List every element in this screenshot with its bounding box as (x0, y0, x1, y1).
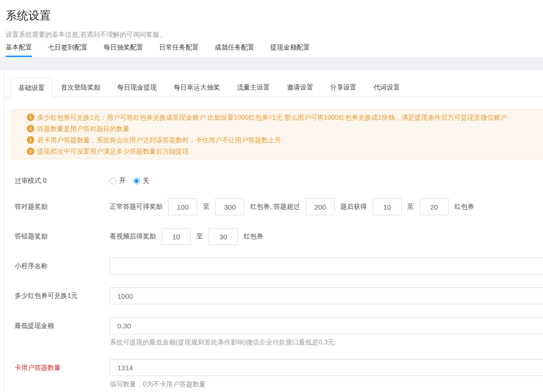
correct-reward-text-4: 题后获得 (340, 203, 367, 211)
wrong-reward-text-3: 红包券 (243, 232, 263, 241)
top-tab[interactable]: 七日签到配置 (48, 43, 88, 57)
correct-reward-threshold-input[interactable] (306, 198, 335, 215)
block-count-content: 填写数量，0为不卡用户答题数量 (110, 359, 543, 388)
correct-reward-text-1: 正常答题可得奖励 (110, 203, 162, 211)
block-count-help: 填写数量，0为不卡用户答题数量 (110, 380, 543, 388)
notice-text: 多少红包券可兑换1元：用户可将红包券兑换成至现金账户 比如设置1000红包券=1… (37, 112, 507, 123)
sub-tab[interactable]: 代词设置 (365, 78, 408, 97)
min-withdraw-help: 系统可提现的最低金额(提现规则首此条件影响)微信企业付款接口最低是0.3元. (110, 338, 543, 346)
notice-line: i 若卡用户答题数量，系统将会在用户达到该答题数时，卡住用户不让用户答题数上升 (27, 134, 543, 146)
block-count-input[interactable] (110, 359, 543, 376)
sub-tab-label: 基础设置 (18, 84, 45, 91)
notice-text: 提现档次中可设置用户满足多少答题数量后方能提现 (37, 146, 189, 157)
audit-mode-radio[interactable]: 开 (110, 177, 126, 185)
notice-text: 若卡用户答题数量，系统将会在用户达到该答题数时，卡住用户不让用户答题数上升 (37, 134, 281, 146)
form-row-block-count: 卡用户答题数量 填写数量，0为不卡用户答题数量 (4, 359, 543, 388)
min-withdraw-label: 最低提现金额 (15, 317, 110, 334)
page-subtitle: 设置系统需要的基本信息,若遇到不理解的可询问客服。 (6, 31, 537, 39)
wrong-reward-min-input[interactable] (162, 228, 191, 245)
top-tab-label: 成就任务配置 (215, 43, 254, 51)
page-title: 系统设置 (6, 8, 537, 23)
block-count-label: 卡用户答题数量 (15, 359, 110, 376)
settings-card: 基础设置 首次登陆奖励 每日现金提现 每日幸运大抽奖 流量主设置 邀请设置 分享… (4, 70, 543, 392)
form-row-wrong-reward: 答错题奖励 看视频后得奖励 至 红包券 (4, 228, 543, 245)
sub-tab-label: 每日现金提现 (117, 83, 157, 91)
info-icon: i (27, 114, 34, 121)
top-tab-label: 每日抽奖配置 (104, 43, 143, 51)
form-row-app-name: 小程序名称 (4, 258, 543, 275)
sub-tab-label: 邀请设置 (287, 83, 313, 91)
top-tab[interactable]: 日常任务配置 (159, 43, 199, 57)
correct-reward-min-input[interactable] (168, 198, 197, 215)
form-row-correct-reward: 答对题奖励 正常答题可得奖励 至 红包券, 答题超过 题后获得 至 红包券 (4, 198, 543, 215)
top-tab[interactable]: 每日抽奖配置 (104, 43, 143, 57)
page-header: 系统设置 设置系统需要的基本信息,若遇到不理解的可询问客服。 基本配置 七日签到… (0, 0, 543, 57)
form-row-exchange-rate: 多少红包券可兑换1元 (4, 287, 543, 304)
top-tab-label: 提现金额配置 (270, 43, 310, 51)
min-withdraw-content: 系统可提现的最低金额(提现规则首此条件影响)微信企业付款接口最低是0.3元. (110, 317, 543, 346)
exchange-rate-input[interactable] (110, 287, 543, 304)
form-row-audit-mode: 过审模式 0 开 关 (4, 172, 543, 189)
wrong-reward-text-1: 看视频后得奖励 (110, 232, 156, 241)
notice-line: i 多少红包券可兑换1元：用户可将红包券兑换成至现金账户 比如设置1000红包券… (27, 112, 543, 123)
info-icon: i (27, 136, 34, 144)
sub-tab-label: 分享设置 (330, 83, 357, 91)
notice-text: 答题数量是用户答对题目的数量 (37, 123, 130, 134)
correct-reward-label: 答对题奖励 (15, 203, 110, 211)
app-name-content (110, 258, 543, 275)
sub-tab-label: 首次登陆奖励 (61, 83, 100, 91)
wrong-reward-content: 看视频后得奖励 至 红包券 (110, 228, 543, 245)
notice-line: i 答题数量是用户答对题目的数量 (27, 123, 543, 134)
top-tabs: 基本配置 七日签到配置 每日抽奖配置 日常任务配置 成就任务配置 提现金额配置 (6, 43, 537, 57)
audit-mode-label: 过审模式 0 (15, 177, 110, 185)
wrong-reward-label: 答错题奖励 (15, 232, 110, 241)
notice-box: i 多少红包券可兑换1元：用户可将红包券兑换成至现金账户 比如设置1000红包券… (11, 109, 543, 159)
correct-reward-after-min-input[interactable] (373, 198, 402, 215)
app-name-input[interactable] (110, 258, 543, 275)
min-withdraw-input[interactable] (110, 317, 543, 334)
sub-tab[interactable]: 分享设置 (322, 78, 365, 97)
radio-label: 关 (143, 177, 149, 185)
radio-icon (110, 178, 116, 184)
info-icon: i (27, 125, 34, 132)
settings-form: 过审模式 0 开 关 答对题奖励 正常答题可得奖励 至 红包券, 答题超过 (4, 172, 543, 388)
form-row-min-withdraw: 最低提现金额 系统可提现的最低金额(提现规则首此条件影响)微信企业付款接口最低是… (4, 317, 543, 346)
exchange-rate-label: 多少红包券可兑换1元 (15, 292, 110, 300)
correct-reward-after-max-input[interactable] (420, 198, 449, 215)
correct-reward-text-2: 至 (203, 203, 210, 211)
sub-tab-label: 流量主设置 (237, 83, 270, 91)
info-icon: i (27, 147, 34, 155)
app-name-label: 小程序名称 (15, 262, 110, 270)
sub-tab[interactable]: 邀请设置 (278, 78, 322, 97)
exchange-rate-content (110, 287, 543, 304)
sub-tab[interactable]: 首次登陆奖励 (52, 78, 109, 97)
correct-reward-text-6: 红包券 (454, 203, 474, 211)
sub-tabs: 基础设置 首次登陆奖励 每日现金提现 每日幸运大抽奖 流量主设置 邀请设置 分享… (4, 78, 543, 97)
sub-tab-label: 每日幸运大抽奖 (174, 83, 220, 91)
page-background-band (0, 57, 543, 70)
sub-tab[interactable]: 基础设置 (11, 78, 52, 97)
top-tab[interactable]: 提现金额配置 (270, 43, 310, 57)
sub-tab[interactable]: 每日现金提现 (109, 78, 165, 97)
top-tab[interactable]: 成就任务配置 (215, 43, 254, 57)
sub-tab[interactable]: 每日幸运大抽奖 (165, 78, 228, 97)
correct-reward-text-3: 红包券, 答题超过 (250, 203, 300, 211)
top-tab-label: 日常任务配置 (159, 43, 199, 51)
wrong-reward-text-2: 至 (196, 232, 203, 241)
top-tab[interactable]: 基本配置 (6, 43, 32, 57)
audit-mode-radio[interactable]: 关 (133, 177, 149, 185)
correct-reward-content: 正常答题可得奖励 至 红包券, 答题超过 题后获得 至 红包券 (110, 198, 543, 215)
sub-tab[interactable]: 流量主设置 (228, 78, 278, 97)
wrong-reward-max-input[interactable] (209, 228, 238, 245)
top-tab-label: 七日签到配置 (48, 43, 88, 51)
sub-tab-label: 代词设置 (373, 83, 400, 91)
correct-reward-text-5: 至 (407, 203, 414, 211)
top-tab-label: 基本配置 (6, 43, 32, 51)
notice-line: i 提现档次中可设置用户满足多少答题数量后方能提现 (27, 146, 543, 157)
radio-label: 开 (119, 177, 126, 185)
audit-mode-radio-group: 开 关 (110, 177, 543, 185)
correct-reward-max-input[interactable] (215, 198, 244, 215)
radio-icon (133, 178, 140, 184)
